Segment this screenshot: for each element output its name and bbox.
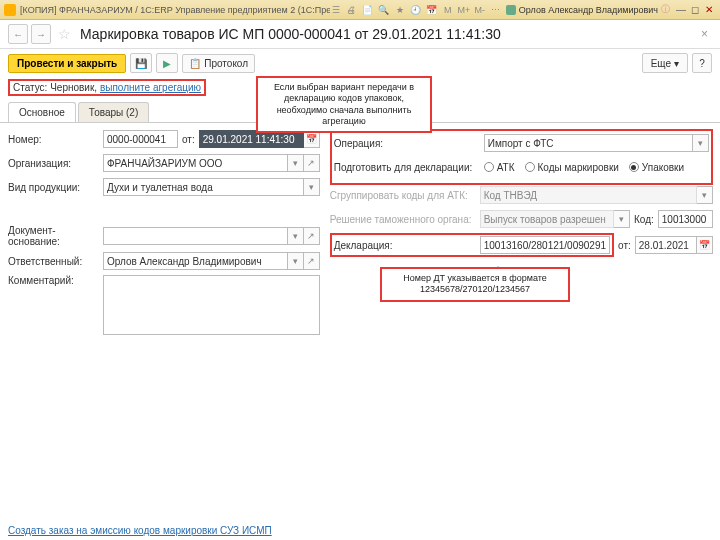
chevron-down-icon: ▾ <box>674 58 679 69</box>
right-column: Операция: Импорт с ФТС ▾ Подготовить для… <box>330 129 713 339</box>
document-title: Маркировка товаров ИС МП 0000-000041 от … <box>80 26 697 42</box>
decl-date-field[interactable]: 28.01.2021 <box>635 236 697 254</box>
org-label: Организация: <box>8 158 103 169</box>
help-button[interactable]: ? <box>692 53 712 73</box>
tb-icon[interactable]: ⋯ <box>490 4 502 16</box>
status-action-link[interactable]: выполните агрегацию <box>100 82 201 93</box>
kind-label: Вид продукции: <box>8 182 103 193</box>
chevron-down-icon[interactable]: ▾ <box>693 134 709 152</box>
tb-icon[interactable]: M- <box>474 4 486 16</box>
document-header: ← → ☆ Маркировка товаров ИС МП 0000-0000… <box>0 20 720 49</box>
code-label: Код: <box>634 214 654 225</box>
more-button[interactable]: Еще ▾ <box>642 53 688 73</box>
radio-codes-label: Коды маркировки <box>538 162 619 173</box>
nav-forward-button[interactable]: → <box>31 24 51 44</box>
minimize-button[interactable]: — <box>674 3 688 17</box>
comment-field[interactable] <box>103 275 320 335</box>
create-emission-order-link[interactable]: Создать заказ на эмиссию кодов маркировк… <box>8 525 272 536</box>
post-and-close-button[interactable]: Провести и закрыть <box>8 54 126 73</box>
org-field[interactable]: ФРАНЧАЙЗАРИУМ ООО <box>103 154 288 172</box>
form-body: Номер: 0000-000041 от: 29.01.2021 11:41:… <box>0 122 720 347</box>
close-window-button[interactable]: ✕ <box>702 3 716 17</box>
op-field[interactable]: Импорт с ФТС <box>484 134 693 152</box>
window-title: [КОПИЯ] ФРАНЧАЗАРИУМ / 1С:ERP Управление… <box>20 5 330 15</box>
tb-icon[interactable]: 🖨 <box>346 4 358 16</box>
open-ref-icon[interactable]: ↗ <box>304 227 320 245</box>
window-titlebar: [КОПИЯ] ФРАНЧАЗАРИУМ / 1С:ERP Управление… <box>0 0 720 20</box>
document-toolbar: Провести и закрыть 💾 ▶ 📋 Протокол Еще ▾ … <box>0 49 720 77</box>
basis-field[interactable] <box>103 227 288 245</box>
code-field[interactable]: 10013000 <box>658 210 713 228</box>
customs-field: Выпуск товаров разрешен <box>480 210 614 228</box>
number-field[interactable]: 0000-000041 <box>103 130 178 148</box>
chevron-down-icon: ▾ <box>697 186 713 204</box>
radio-packs[interactable]: Упаковки <box>629 162 684 173</box>
decl-label: Декларация: <box>334 240 480 251</box>
from-label: от: <box>182 134 195 145</box>
avatar-icon <box>506 5 516 15</box>
group-label: Сгруппировать коды для АТК: <box>330 190 480 201</box>
radio-atk[interactable]: АТК <box>484 162 515 173</box>
tab-main[interactable]: Основное <box>8 102 76 122</box>
open-ref-icon[interactable]: ↗ <box>304 154 320 172</box>
user-name: Орлов Александр Владимирович <box>519 5 658 15</box>
close-document-button[interactable]: × <box>697 27 712 41</box>
tb-icon[interactable]: ★ <box>394 4 406 16</box>
radio-atk-label: АТК <box>497 162 515 173</box>
tb-icon[interactable]: M <box>442 4 454 16</box>
comment-label: Комментарий: <box>8 275 103 286</box>
calendar-icon[interactable]: 📅 <box>697 236 713 254</box>
callout-aggregation-note: Если выбран вариант передачи в деклараци… <box>256 76 432 133</box>
chevron-down-icon: ▾ <box>614 210 630 228</box>
radio-codes[interactable]: Коды маркировки <box>525 162 619 173</box>
tb-icon[interactable]: 📅 <box>426 4 438 16</box>
protocol-icon: 📋 <box>189 58 201 69</box>
operation-highlight: Операция: Импорт с ФТС ▾ Подготовить для… <box>330 129 713 185</box>
chevron-down-icon[interactable]: ▾ <box>288 154 304 172</box>
titlebar-tool-icons: ☰ 🖨 📄 🔍 ★ 🕘 📅 M M+ M- ⋯ <box>330 4 502 16</box>
chevron-down-icon[interactable]: ▾ <box>288 227 304 245</box>
more-label: Еще <box>651 58 671 69</box>
tb-icon[interactable]: M+ <box>458 4 470 16</box>
op-label: Операция: <box>334 138 484 149</box>
prep-label: Подготовить для декларации: <box>334 162 484 173</box>
maximize-button[interactable]: ◻ <box>688 3 702 17</box>
tb-icon[interactable]: 📄 <box>362 4 374 16</box>
prep-radio-group: АТК Коды маркировки Упаковки <box>484 162 709 173</box>
number-label: Номер: <box>8 134 103 145</box>
tb-icon[interactable]: 🕘 <box>410 4 422 16</box>
decl-field[interactable]: 10013160/280121/0090291 <box>480 236 610 254</box>
chevron-down-icon[interactable]: ▾ <box>304 178 320 196</box>
open-ref-icon[interactable]: ↗ <box>304 252 320 270</box>
tb-icon[interactable]: ☰ <box>330 4 342 16</box>
resp-field[interactable]: Орлов Александр Владимирович <box>103 252 288 270</box>
status-value: Черновик, <box>50 82 97 93</box>
radio-packs-label: Упаковки <box>642 162 684 173</box>
save-button[interactable]: 💾 <box>130 53 152 73</box>
app-icon <box>4 4 16 16</box>
nav-back-button[interactable]: ← <box>8 24 28 44</box>
post-button[interactable]: ▶ <box>156 53 178 73</box>
customs-label: Решение таможенного органа: <box>330 214 480 225</box>
status-label: Статус: <box>13 82 47 93</box>
callout-dt-format: Номер ДТ указывается в формате 12345678/… <box>380 267 570 302</box>
left-column: Номер: 0000-000041 от: 29.01.2021 11:41:… <box>8 129 320 339</box>
decl-from-label: от: <box>618 240 631 251</box>
group-field: Код ТНВЭД <box>480 186 697 204</box>
protocol-label: Протокол <box>204 58 248 69</box>
tab-goods[interactable]: Товары (2) <box>78 102 149 122</box>
info-icon: ⓘ <box>661 3 670 16</box>
basis-label: Документ-основание: <box>8 225 103 247</box>
protocol-button[interactable]: 📋 Протокол <box>182 54 255 73</box>
resp-label: Ответственный: <box>8 256 103 267</box>
current-user[interactable]: Орлов Александр Владимирович ⓘ <box>506 3 670 16</box>
status-highlight: Статус: Черновик, выполните агрегацию <box>8 79 206 96</box>
tb-icon[interactable]: 🔍 <box>378 4 390 16</box>
chevron-down-icon[interactable]: ▾ <box>288 252 304 270</box>
favorite-star-icon[interactable]: ☆ <box>54 24 74 44</box>
kind-field[interactable]: Духи и туалетная вода <box>103 178 304 196</box>
